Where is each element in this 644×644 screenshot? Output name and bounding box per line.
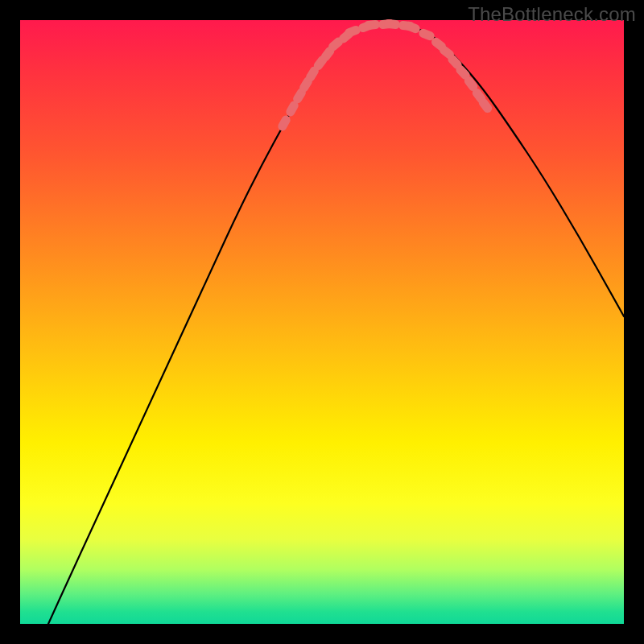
marker-layer [276,19,493,133]
chart-frame: TheBottleneck.com [0,0,644,644]
curve-marker [364,20,381,31]
curve-marker [276,114,291,133]
watermark-text: TheBottleneck.com [468,3,636,26]
plot-area [20,20,624,624]
bottleneck-curve [48,24,624,624]
curve-layer [20,20,624,624]
